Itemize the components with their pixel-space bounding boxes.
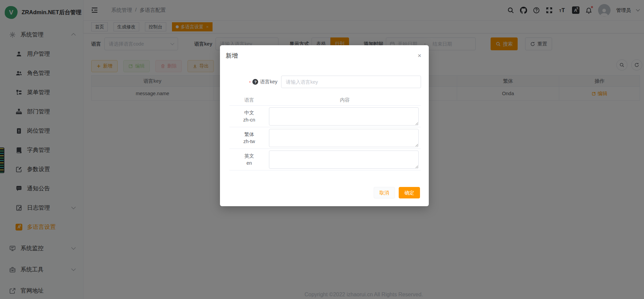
- content-textarea-zh-tw[interactable]: [269, 129, 419, 147]
- dialog-close-icon[interactable]: ×: [418, 52, 421, 59]
- language-name: 英文: [229, 153, 269, 160]
- dialog-row-zh-tw: 繁体 zh-tw: [229, 127, 421, 149]
- column-header-language: 语言: [229, 97, 269, 103]
- language-key-label: 语言key: [260, 79, 277, 85]
- dialog-title: 新增: [226, 52, 238, 60]
- content-textarea-zh-cn[interactable]: [269, 107, 419, 126]
- dialog-footer: 取消 确定: [374, 187, 420, 198]
- language-name-cell: 英文 en: [229, 153, 269, 167]
- language-key-form-row: * ? 语言key: [220, 76, 429, 88]
- confirm-button[interactable]: 确定: [399, 187, 420, 198]
- language-name: 繁体: [229, 131, 269, 138]
- dialog-language-table: 语言 内容 中文 zh-cn 繁体 zh-tw 英文 en: [229, 94, 421, 170]
- language-code: zh-cn: [229, 116, 269, 124]
- add-dialog: 新增 × * ? 语言key 语言 内容 中文 zh-cn 繁体 zh-tw: [220, 45, 429, 206]
- language-code: en: [229, 160, 269, 167]
- content-textarea-en[interactable]: [269, 151, 419, 169]
- required-asterisk: *: [249, 80, 251, 85]
- dialog-table-header: 语言 内容: [229, 94, 421, 106]
- language-name-cell: 中文 zh-cn: [229, 109, 269, 124]
- dialog-row-en: 英文 en: [229, 149, 421, 170]
- column-header-content: 内容: [269, 97, 421, 103]
- language-name-cell: 繁体 zh-tw: [229, 131, 269, 145]
- cancel-button[interactable]: 取消: [374, 187, 395, 198]
- language-name: 中文: [229, 109, 269, 116]
- dialog-language-key-input[interactable]: [281, 76, 421, 88]
- help-icon[interactable]: ?: [252, 79, 258, 85]
- form-label-wrap: * ? 语言key: [220, 79, 281, 85]
- language-code: zh-tw: [229, 138, 269, 145]
- dialog-row-zh-cn: 中文 zh-cn: [229, 106, 421, 127]
